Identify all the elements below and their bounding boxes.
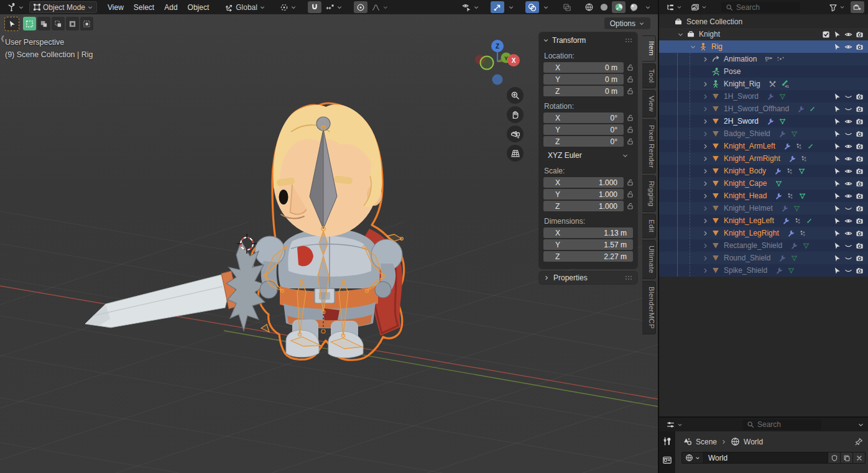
cursor-icon[interactable]	[833, 117, 841, 126]
chevron-right-icon[interactable]	[701, 155, 710, 162]
camera-view-button[interactable]	[507, 126, 524, 142]
eye-open-icon[interactable]	[844, 217, 852, 225]
chevron-right-icon[interactable]	[701, 180, 710, 187]
tab-pixel-render[interactable]: Pixel Render	[642, 119, 656, 173]
camera-icon[interactable]	[856, 180, 864, 188]
eye-open-icon[interactable]	[844, 117, 852, 126]
tool-tab-icon[interactable]	[662, 436, 672, 446]
outliner-row-pose[interactable]: Pose	[659, 65, 868, 78]
orthographic-grid-button[interactable]	[507, 145, 524, 162]
rotation-z-field[interactable]: Z 0°	[543, 136, 624, 147]
show-gizmo-toggle[interactable]	[491, 1, 504, 13]
location-x-field[interactable]: X 0 m	[543, 62, 624, 73]
lock-icon[interactable]	[624, 87, 634, 95]
gizmo-settings-selector[interactable]	[505, 1, 517, 13]
editor-divider-vertical[interactable]	[658, 0, 659, 473]
copy-datablock-button[interactable]	[841, 452, 853, 464]
chevron-right-icon[interactable]	[701, 118, 710, 125]
camera-icon[interactable]	[856, 117, 864, 126]
cursor-icon[interactable]	[833, 217, 841, 225]
outliner-search-input[interactable]	[736, 3, 796, 12]
lock-icon[interactable]	[624, 202, 634, 210]
overlays-settings-selector[interactable]	[540, 1, 552, 13]
cursor-icon[interactable]	[833, 142, 841, 150]
tab-blendermcp[interactable]: BlenderMCP	[642, 281, 656, 334]
outliner-display-mode-button[interactable]	[688, 1, 710, 13]
properties-panel-header[interactable]: Properties	[539, 272, 637, 284]
camera-icon[interactable]	[856, 204, 864, 213]
editor-type-button[interactable]	[4, 1, 27, 13]
properties-search[interactable]	[742, 420, 821, 430]
cursor-icon[interactable]	[833, 167, 841, 175]
navigation-gizmo[interactable]: Y Z X	[471, 32, 524, 90]
outliner-row-scene-collection[interactable]: Scene Collection	[659, 16, 868, 28]
unlink-datablock-button[interactable]	[853, 452, 866, 464]
outliner-row-knight_legright[interactable]: Knight_LegRight	[659, 227, 868, 239]
chevron-right-icon[interactable]	[701, 168, 710, 175]
cursor-icon[interactable]	[833, 180, 841, 188]
tweak-tool-button[interactable]	[4, 17, 19, 31]
transform-orientation-selector[interactable]: Global	[222, 1, 269, 13]
properties-search-input[interactable]	[757, 420, 817, 429]
cursor-icon[interactable]	[833, 254, 841, 262]
lock-icon[interactable]	[624, 190, 634, 198]
chevron-right-icon[interactable]	[701, 56, 710, 63]
shading-material-preview-button[interactable]	[612, 1, 626, 13]
shading-settings-selector[interactable]	[642, 1, 654, 13]
outliner-row-2h_sword[interactable]: 2H_Sword	[659, 115, 868, 127]
chevron-down-icon[interactable]	[857, 421, 864, 428]
transform-panel-header[interactable]: Transform	[539, 32, 637, 47]
chevron-right-icon[interactable]	[701, 255, 710, 262]
tab-tool[interactable]: Tool	[642, 63, 656, 88]
select-intersect-button[interactable]	[80, 17, 93, 30]
outliner-row-1h_sword_offhand[interactable]: 1H_Sword_Offhand	[659, 103, 868, 115]
menu-object[interactable]: Object	[183, 1, 215, 13]
cursor-icon[interactable]	[833, 192, 841, 200]
shading-solid-button[interactable]	[597, 1, 611, 13]
rotation-mode-dropdown[interactable]: XYZ Euler	[543, 150, 633, 161]
menu-add[interactable]: Add	[159, 1, 182, 13]
cursor-icon[interactable]	[833, 155, 841, 163]
cursor-icon[interactable]	[833, 267, 841, 275]
tab-rigging[interactable]: Rigging	[642, 175, 656, 212]
pan-hand-button[interactable]	[507, 106, 524, 123]
eye-open-icon[interactable]	[844, 155, 852, 163]
rotation-x-field[interactable]: X 0°	[543, 113, 624, 123]
cursor-icon[interactable]	[833, 30, 841, 39]
lock-icon[interactable]	[624, 63, 634, 71]
scale-x-field[interactable]: X 1.000	[543, 177, 624, 188]
rotation-y-field[interactable]: Y 0°	[543, 124, 624, 135]
proportional-falloff-selector[interactable]	[368, 1, 392, 13]
snap-toggle[interactable]	[308, 1, 321, 13]
select-subtract-button[interactable]	[52, 17, 65, 30]
outliner-row-knight_rig[interactable]: Knight_Rig41	[659, 78, 868, 90]
chevron-right-icon[interactable]	[701, 205, 710, 212]
shading-rendered-button[interactable]	[627, 1, 640, 13]
menu-select[interactable]: Select	[129, 1, 159, 13]
eye-open-icon[interactable]	[844, 167, 852, 175]
outliner-row-round_shield[interactable]: Round_Shield	[659, 252, 868, 264]
chevron-down-icon[interactable]	[676, 31, 685, 38]
tab-edit[interactable]: Edit	[642, 214, 656, 238]
new-collection-button[interactable]	[851, 1, 864, 13]
outliner-row-rectangle_shield[interactable]: Rectangle_Shield	[659, 239, 868, 252]
chevron-right-icon[interactable]	[701, 106, 710, 113]
outliner-row-knight_helmet[interactable]: Knight_Helmet	[659, 202, 868, 214]
properties-editor-type-button[interactable]	[663, 419, 686, 431]
dimensions-y-field[interactable]: Y 1.57 m	[543, 239, 633, 250]
chevron-right-icon[interactable]	[701, 230, 710, 237]
outliner-row-animation[interactable]: Animation	[659, 53, 868, 65]
camera-icon[interactable]	[856, 105, 864, 113]
panel-grip-icon[interactable]	[624, 36, 633, 45]
outliner-row-knight[interactable]: Knight	[659, 28, 868, 40]
eye-closed-icon[interactable]	[844, 130, 852, 138]
cursor-icon[interactable]	[833, 93, 841, 101]
outliner-row-1h_sword[interactable]: 1H_Sword	[659, 90, 868, 103]
camera-icon[interactable]	[856, 217, 864, 225]
tab-view[interactable]: View	[642, 90, 656, 117]
location-y-field[interactable]: Y 0 m	[543, 74, 624, 85]
world-type-selector[interactable]	[681, 452, 703, 464]
eye-open-icon[interactable]	[844, 142, 852, 150]
camera-icon[interactable]	[856, 254, 864, 262]
viewport-3d[interactable]: Object Mode ViewSelectAddObject Global	[0, 0, 658, 473]
